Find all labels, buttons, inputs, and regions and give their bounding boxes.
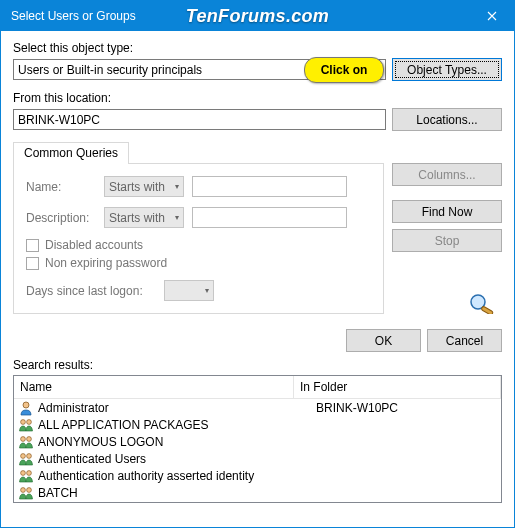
results-body[interactable]: AdministratorBRINK-W10PCALL APPLICATION … (14, 399, 501, 502)
result-name: Authentication authority asserted identi… (38, 469, 312, 483)
results-row[interactable]: Authenticated Users (14, 450, 501, 467)
object-type-label: Select this object type: (13, 41, 502, 55)
callout-annotation: Click on (304, 57, 384, 83)
results-row[interactable]: ALL APPLICATION PACKAGES (14, 416, 501, 433)
svg-point-4 (27, 419, 32, 424)
close-button[interactable] (469, 1, 514, 31)
description-filter-input[interactable] (192, 207, 347, 228)
svg-point-8 (27, 453, 32, 458)
chevron-down-icon: ▾ (205, 286, 209, 295)
cancel-button[interactable]: Cancel (427, 329, 502, 352)
svg-point-2 (23, 402, 29, 408)
result-name: ANONYMOUS LOGON (38, 435, 312, 449)
magnifier-icon (468, 292, 498, 317)
chevron-down-icon: ▾ (175, 213, 179, 222)
group-icon (18, 468, 34, 484)
svg-point-11 (21, 487, 26, 492)
callout-text: Click on (321, 63, 368, 77)
group-icon (18, 451, 34, 467)
chevron-down-icon: ▾ (175, 182, 179, 191)
title-bar: Select Users or Groups TenForums.com (1, 1, 514, 31)
locations-button[interactable]: Locations... (392, 108, 502, 131)
results-header: Name In Folder (14, 376, 501, 399)
user-icon (18, 502, 34, 503)
non-expiring-label: Non expiring password (45, 256, 167, 270)
non-expiring-checkbox[interactable] (26, 257, 39, 270)
days-since-logon-label: Days since last logon: (26, 284, 156, 298)
location-field[interactable] (13, 109, 386, 130)
stop-button[interactable]: Stop (392, 229, 502, 252)
watermark-text: TenForums.com (186, 6, 329, 27)
dialog-content: Select this object type: Object Types...… (1, 31, 514, 513)
results-row[interactable]: ANONYMOUS LOGON (14, 433, 501, 450)
svg-point-10 (27, 470, 32, 475)
svg-point-6 (27, 436, 32, 441)
svg-point-5 (21, 436, 26, 441)
tab-common-queries[interactable]: Common Queries (13, 142, 129, 164)
disabled-accounts-checkbox[interactable] (26, 239, 39, 252)
svg-point-9 (21, 470, 26, 475)
common-queries-panel: Name: Starts with ▾ Description: Starts … (13, 163, 384, 314)
close-icon (487, 11, 497, 21)
disabled-accounts-label: Disabled accounts (45, 238, 143, 252)
svg-point-7 (21, 453, 26, 458)
column-header-folder[interactable]: In Folder (294, 376, 501, 398)
object-types-button[interactable]: Object Types... (392, 58, 502, 81)
results-row[interactable]: Authentication authority asserted identi… (14, 467, 501, 484)
find-now-button[interactable]: Find Now (392, 200, 502, 223)
results-row[interactable]: Brink2BRINK-W10PC (14, 501, 501, 502)
group-icon (18, 417, 34, 433)
group-icon (18, 434, 34, 450)
query-side-buttons: Columns... Find Now Stop (384, 163, 502, 317)
result-folder: BRINK-W10PC (316, 401, 501, 415)
results-row[interactable]: BATCH (14, 484, 501, 501)
name-filter-label: Name: (26, 180, 96, 194)
svg-point-3 (21, 419, 26, 424)
column-header-name[interactable]: Name (14, 376, 294, 398)
description-match-combo[interactable]: Starts with ▾ (104, 207, 184, 228)
name-filter-input[interactable] (192, 176, 347, 197)
description-filter-label: Description: (26, 211, 96, 225)
result-name: BATCH (38, 486, 312, 500)
svg-rect-1 (481, 306, 493, 314)
user-icon (18, 400, 34, 416)
columns-button[interactable]: Columns... (392, 163, 502, 186)
result-name: Administrator (38, 401, 312, 415)
description-match-value: Starts with (109, 211, 165, 225)
result-name: ALL APPLICATION PACKAGES (38, 418, 312, 432)
result-name: Authenticated Users (38, 452, 312, 466)
search-results-list: Name In Folder AdministratorBRINK-W10PCA… (13, 375, 502, 503)
svg-point-12 (27, 487, 32, 492)
ok-button[interactable]: OK (346, 329, 421, 352)
from-location-label: From this location: (13, 91, 502, 105)
results-row[interactable]: AdministratorBRINK-W10PC (14, 399, 501, 416)
tabs: Common Queries Name: Starts with ▾ Descr… (13, 141, 502, 317)
search-results-label: Search results: (13, 358, 502, 372)
name-match-value: Starts with (109, 180, 165, 194)
group-icon (18, 485, 34, 501)
days-since-logon-combo[interactable]: ▾ (164, 280, 214, 301)
name-match-combo[interactable]: Starts with ▾ (104, 176, 184, 197)
window-title: Select Users or Groups (11, 9, 136, 23)
